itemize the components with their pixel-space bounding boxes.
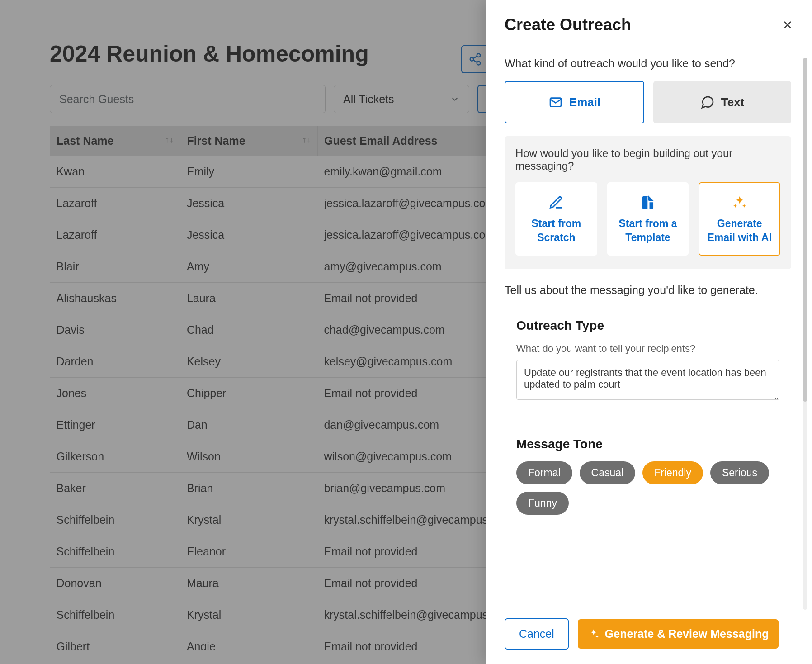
tone-chip-serious[interactable]: Serious	[710, 461, 769, 484]
sparkle-icon	[588, 628, 600, 640]
build-block: How would you like to begin building out…	[505, 136, 791, 269]
sparkle-icon	[731, 195, 749, 210]
template-icon	[640, 195, 656, 210]
create-outreach-panel: Create Outreach What kind of outreach wo…	[486, 0, 812, 664]
build-scratch-label: Start from Scratch	[522, 217, 591, 245]
build-from-template[interactable]: Start from a Template	[607, 182, 689, 256]
channel-email-button[interactable]: Email	[505, 81, 644, 123]
build-ai-label: Generate Email with AI	[705, 217, 774, 245]
build-from-scratch[interactable]: Start from Scratch	[515, 182, 597, 256]
channel-email-label: Email	[569, 95, 600, 109]
edit-icon	[548, 195, 564, 210]
generate-review-button[interactable]: Generate & Review Messaging	[578, 619, 779, 649]
outreach-type-section: Outreach Type What do you want to tell y…	[505, 307, 791, 415]
outreach-type-label: What do you want to tell your recipients…	[516, 343, 779, 355]
build-template-label: Start from a Template	[614, 217, 683, 245]
panel-title: Create Outreach	[505, 15, 631, 34]
generate-review-label: Generate & Review Messaging	[605, 627, 769, 640]
message-tone-section: Message Tone FormalCasualFriendlySerious…	[505, 425, 791, 528]
outreach-type-input[interactable]	[516, 360, 779, 400]
channel-text-label: Text	[721, 95, 745, 109]
question-build: How would you like to begin building out…	[515, 147, 780, 172]
build-generate-ai[interactable]: Generate Email with AI	[699, 182, 780, 256]
question-outreach-kind: What kind of outreach would you like to …	[505, 57, 791, 70]
close-icon[interactable]	[781, 19, 794, 31]
tone-chip-funny[interactable]: Funny	[516, 492, 569, 515]
question-generate-detail: Tell us about the messaging you'd like t…	[505, 284, 791, 297]
cancel-button[interactable]: Cancel	[505, 618, 569, 650]
tone-chip-formal[interactable]: Formal	[516, 461, 572, 484]
outreach-type-heading: Outreach Type	[516, 318, 779, 333]
text-icon	[700, 95, 715, 109]
tone-chip-casual[interactable]: Casual	[580, 461, 636, 484]
panel-footer: Cancel Generate & Review Messaging	[505, 609, 794, 650]
panel-scrollbar[interactable]	[803, 58, 807, 610]
message-tone-heading: Message Tone	[516, 437, 779, 451]
channel-text-button[interactable]: Text	[653, 81, 791, 123]
tone-chip-friendly[interactable]: Friendly	[642, 461, 703, 484]
email-icon	[548, 95, 563, 109]
